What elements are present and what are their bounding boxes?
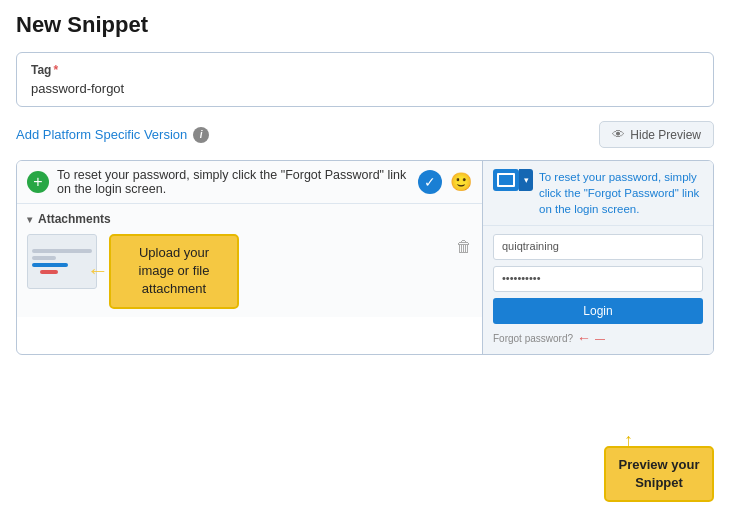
preview-header: ▾ To reset your password, simply click t… <box>483 161 713 226</box>
attachments-header: ▾ Attachments <box>27 212 472 226</box>
preview-snippet-tooltip-wrapper: ↑ Preview your Snippet <box>604 446 714 502</box>
emoji-icon[interactable]: 🙂 <box>450 171 472 193</box>
tag-value: password-forgot <box>31 81 699 96</box>
thumb-line-3 <box>32 263 68 267</box>
info-icon: i <box>193 127 209 143</box>
attachments-label: Attachments <box>38 212 111 226</box>
preview-login-button[interactable]: Login <box>493 298 703 324</box>
upload-tooltip-wrapper: ← Upload your image or file attachment <box>109 234 239 309</box>
forgot-password-text: Forgot password? <box>493 333 573 344</box>
add-button[interactable]: + <box>27 171 49 193</box>
add-platform-label: Add Platform Specific Version <box>16 127 187 142</box>
hide-preview-button[interactable]: 👁 Hide Preview <box>599 121 714 148</box>
trash-icon[interactable]: 🗑 <box>456 238 472 256</box>
thumb-line-2 <box>32 256 56 260</box>
tag-section: Tag* password-forgot <box>16 52 714 107</box>
tag-label: Tag* <box>31 63 699 77</box>
thumb-line-1 <box>32 249 92 253</box>
preview-snippet-tooltip: Preview your Snippet <box>604 446 714 502</box>
attachments-panel: ▾ Attachments ← Upload your image or fil… <box>17 204 482 317</box>
red-arrow-icon: ← <box>577 330 591 346</box>
thumb-line-4 <box>40 270 58 274</box>
editor-toolbar: + To reset your password, simply click t… <box>17 161 482 204</box>
upload-tooltip: Upload your image or file attachment <box>109 234 239 309</box>
main-container: New Snippet Tag* password-forgot Add Pla… <box>0 0 730 512</box>
left-arrow-icon: ← <box>87 258 109 284</box>
attachments-body: ← Upload your image or file attachment 🗑 <box>27 234 472 309</box>
hide-preview-label: Hide Preview <box>630 128 701 142</box>
preview-description: To reset your password, simply click the… <box>539 169 703 217</box>
preview-img-btn[interactable]: ▾ <box>493 169 533 191</box>
up-arrow-icon: ↑ <box>624 430 633 451</box>
add-platform-link[interactable]: Add Platform Specific Version i <box>16 127 209 143</box>
preview-content: quiqtraining •••••••••• Login Forgot pas… <box>483 226 713 354</box>
editor-text: To reset your password, simply click the… <box>57 168 410 196</box>
eye-icon: 👁 <box>612 127 625 142</box>
toolbar-row: Add Platform Specific Version i 👁 Hide P… <box>16 121 714 148</box>
preview-snippet-tooltip-area: ↑ Preview your Snippet <box>604 446 714 502</box>
upload-tooltip-text: Upload your image or file attachment <box>139 245 210 296</box>
content-area: + To reset your password, simply click t… <box>16 160 714 355</box>
preview-panel: ▾ To reset your password, simply click t… <box>483 161 713 354</box>
chevron-down-icon: ▾ <box>27 214 32 225</box>
red-dash-icon: — <box>595 333 605 344</box>
editor-panel: + To reset your password, simply click t… <box>17 161 483 354</box>
check-icon[interactable]: ✓ <box>418 170 442 194</box>
page-title: New Snippet <box>16 12 714 38</box>
preview-image-icon <box>493 169 519 191</box>
preview-dropdown-arrow[interactable]: ▾ <box>519 169 533 191</box>
preview-username-field: quiqtraining <box>493 234 703 260</box>
preview-forgot-password: Forgot password? ← — <box>493 330 703 346</box>
preview-password-field: •••••••••• <box>493 266 703 292</box>
preview-snippet-label: Preview your Snippet <box>619 457 700 490</box>
